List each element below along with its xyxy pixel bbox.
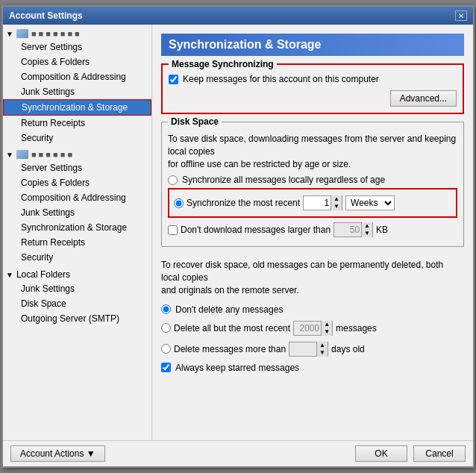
account-actions-label: Account Actions xyxy=(20,448,84,459)
sidebar-item-sync-storage-1[interactable]: Synchronization & Storage xyxy=(3,99,151,116)
sidebar-item-return-receipts-2[interactable]: Return Receipts xyxy=(3,235,151,250)
message-sync-label: Message Synchronizing xyxy=(169,59,277,69)
dont-download-input[interactable] xyxy=(334,223,361,236)
keep-messages-checkbox[interactable] xyxy=(169,75,178,84)
sidebar-account1-header[interactable]: ▼ ■ ■ ■ ■ ■ ■ ■ xyxy=(3,28,151,40)
disk-space-label: Disk Space xyxy=(168,116,222,127)
dont-download-spin-buttons: ▲ ▼ xyxy=(361,222,372,237)
dont-delete-label: Don't delete any messages xyxy=(175,304,283,315)
window-title: Account Settings xyxy=(9,10,83,21)
dont-download-checkbox[interactable] xyxy=(168,225,178,235)
delete-older-row: Delete messages more than ▲ ▼ days old xyxy=(161,342,464,357)
sidebar-item-outgoing-smtp[interactable]: Outgoing Server (SMTP) xyxy=(3,311,151,326)
delete-recent-spinbox[interactable]: ▲ ▼ xyxy=(293,321,333,336)
title-bar: Account Settings ✕ xyxy=(3,7,473,25)
sync-unit-select[interactable]: Weeks Days Months xyxy=(345,195,395,210)
sidebar: ▼ ■ ■ ■ ■ ■ ■ ■ Server Settings Copies &… xyxy=(3,25,152,440)
account-actions-button[interactable]: Account Actions ▼ xyxy=(10,445,105,462)
delete-older-up-btn[interactable]: ▲ xyxy=(317,342,328,349)
account2-label: ■ ■ ■ ■ ■ ■ xyxy=(31,150,72,159)
recover-description: To recover disk space, old messages can … xyxy=(161,259,464,296)
delete-older-spin-buttons: ▲ ▼ xyxy=(316,342,328,357)
delete-recent-label: Delete all but the most recent xyxy=(174,323,290,333)
sidebar-item-server-settings-1[interactable]: Server Settings xyxy=(3,40,151,54)
dont-download-label: Don't download messages larger than xyxy=(181,225,331,235)
sidebar-item-security-1[interactable]: Security xyxy=(3,131,151,145)
sync-recent-spinbox[interactable]: ▲ ▼ xyxy=(303,195,342,210)
sync-recent-group: Synchronize the most recent ▲ ▼ Weeks Da… xyxy=(168,188,457,218)
sync-all-radio[interactable] xyxy=(168,175,178,185)
delete-older-unit: days old xyxy=(331,344,365,354)
keep-messages-label: Keep messages for this account on this c… xyxy=(183,74,379,84)
message-sync-group: Message Synchronizing Keep messages for … xyxy=(161,63,464,114)
sidebar-item-copies-folders-1[interactable]: Copies & Folders xyxy=(3,54,151,69)
bottom-buttons: OK Cancel xyxy=(355,445,466,462)
disk-space-group: Disk Space To save disk space, downloadi… xyxy=(161,122,464,247)
account-actions-group: Account Actions ▼ xyxy=(10,445,105,462)
ok-button[interactable]: OK xyxy=(355,445,407,462)
delete-recent-unit: messages xyxy=(336,323,377,333)
account1-label: ■ ■ ■ ■ ■ ■ ■ xyxy=(31,29,80,38)
dont-download-up-btn[interactable]: ▲ xyxy=(362,222,372,230)
sidebar-item-junk-settings-2[interactable]: Junk Settings xyxy=(3,205,151,220)
keep-starred-checkbox[interactable] xyxy=(161,363,171,372)
sync-recent-radio[interactable] xyxy=(174,198,184,208)
sidebar-item-composition-addressing-2[interactable]: Composition & Addressing xyxy=(3,190,151,205)
main-content: Synchronization & Storage Message Synchr… xyxy=(152,25,473,440)
sync-recent-row: Synchronize the most recent ▲ ▼ Weeks Da… xyxy=(174,195,451,210)
sidebar-item-return-receipts-1[interactable]: Return Receipts xyxy=(3,116,151,131)
delete-recent-up-btn[interactable]: ▲ xyxy=(322,321,332,328)
collapse-arrow-icon2: ▼ xyxy=(6,151,13,159)
delete-recent-down-btn[interactable]: ▼ xyxy=(322,328,332,336)
delete-older-radio[interactable] xyxy=(161,344,171,354)
sync-all-row: Synchronize all messages locally regardl… xyxy=(168,175,457,185)
account-actions-arrow-icon: ▼ xyxy=(87,448,95,459)
keep-starred-label: Always keep starred messages xyxy=(175,363,299,373)
sidebar-item-junk-settings-1[interactable]: Junk Settings xyxy=(3,84,151,99)
disk-space-description: To save disk space, downloading messages… xyxy=(168,133,457,170)
advanced-button[interactable]: Advanced... xyxy=(390,90,457,107)
dont-download-down-btn[interactable]: ▼ xyxy=(362,230,372,237)
sidebar-item-junk-settings-local[interactable]: Junk Settings xyxy=(3,281,151,296)
sync-recent-up-btn[interactable]: ▲ xyxy=(331,195,342,203)
sidebar-item-server-settings-2[interactable]: Server Settings xyxy=(3,160,151,175)
sidebar-account2-header[interactable]: ▼ ■ ■ ■ ■ ■ ■ xyxy=(3,148,151,160)
account2-icon xyxy=(16,150,28,159)
delete-recent-row: Delete all but the most recent ▲ ▼ messa… xyxy=(161,321,464,336)
local-folders-label: Local Folders xyxy=(16,269,70,280)
sync-recent-input[interactable] xyxy=(304,196,331,210)
dont-download-row: Don't download messages larger than ▲ ▼ … xyxy=(168,222,457,237)
bottom-bar: Account Actions ▼ OK Cancel xyxy=(3,440,473,466)
dont-delete-radio[interactable] xyxy=(161,304,171,314)
page-title: Synchronization & Storage xyxy=(161,34,464,56)
keep-starred-row: Always keep starred messages xyxy=(161,363,464,373)
account-settings-window: Account Settings ✕ ▼ ■ ■ ■ ■ ■ ■ ■ Serve… xyxy=(1,5,475,468)
sync-all-label: Synchronize all messages locally regardl… xyxy=(182,175,385,185)
delete-older-down-btn[interactable]: ▼ xyxy=(317,349,328,357)
sidebar-local-folders-header[interactable]: ▼ Local Folders xyxy=(3,268,151,281)
sidebar-item-copies-folders-2[interactable]: Copies & Folders xyxy=(3,175,151,190)
collapse-arrow-icon: ▼ xyxy=(6,30,13,38)
sidebar-item-disk-space-local[interactable]: Disk Space xyxy=(3,296,151,311)
keep-messages-row: Keep messages for this account on this c… xyxy=(169,74,457,84)
sidebar-item-composition-addressing-1[interactable]: Composition & Addressing xyxy=(3,69,151,84)
sidebar-item-sync-storage-2[interactable]: Synchronization & Storage xyxy=(3,220,151,235)
sync-recent-down-btn[interactable]: ▼ xyxy=(331,203,342,210)
delete-older-label: Delete messages more than xyxy=(174,344,286,354)
delete-older-spinbox[interactable]: ▲ ▼ xyxy=(289,342,328,357)
dont-download-unit: KB xyxy=(376,225,388,235)
sync-recent-spin-buttons: ▲ ▼ xyxy=(331,195,342,210)
close-button[interactable]: ✕ xyxy=(455,10,467,21)
delete-recent-radio[interactable] xyxy=(161,323,171,333)
collapse-arrow-local-icon: ▼ xyxy=(6,271,13,279)
window-body: ▼ ■ ■ ■ ■ ■ ■ ■ Server Settings Copies &… xyxy=(3,25,473,440)
account-icon xyxy=(16,29,28,38)
cancel-button[interactable]: Cancel xyxy=(413,445,466,462)
delete-older-input[interactable] xyxy=(289,342,316,356)
dont-delete-row: Don't delete any messages xyxy=(161,304,464,315)
sidebar-item-security-2[interactable]: Security xyxy=(3,250,151,265)
dont-download-spinbox[interactable]: ▲ ▼ xyxy=(333,222,373,237)
delete-recent-spin-buttons: ▲ ▼ xyxy=(321,321,332,336)
delete-recent-input[interactable] xyxy=(294,322,321,335)
sync-recent-label: Synchronize the most recent xyxy=(187,198,300,208)
